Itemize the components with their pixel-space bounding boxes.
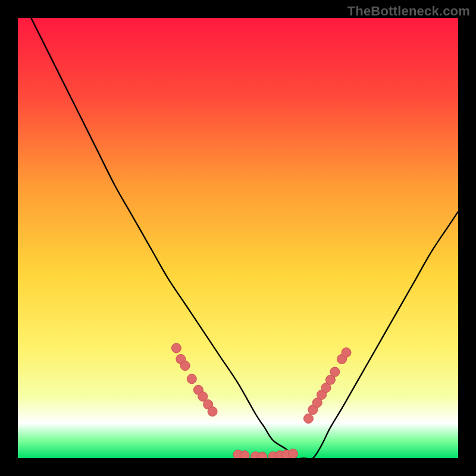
data-marker [180,361,190,371]
chart-svg [18,18,458,458]
chart-frame [18,18,458,458]
data-marker [303,414,313,423]
data-marker [240,451,249,458]
watermark-text: TheBottleneck.com [347,4,470,19]
data-marker [208,407,217,416]
data-marker [342,347,351,357]
data-marker [289,449,298,458]
data-marker [330,367,340,377]
gradient-background [18,18,458,458]
data-marker [171,343,181,353]
data-marker [187,374,196,384]
